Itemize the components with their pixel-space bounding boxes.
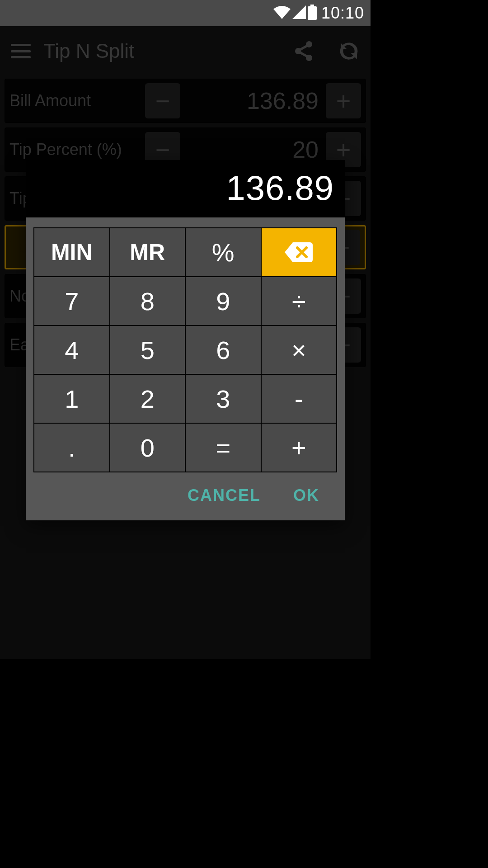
- key-subtract[interactable]: -: [261, 374, 337, 423]
- svg-rect-1: [308, 6, 317, 20]
- key-4[interactable]: 4: [34, 326, 110, 374]
- calculator-keypad: MIN MR % 7 8 9 ÷ 4 5: [33, 227, 337, 472]
- key-8[interactable]: 8: [110, 277, 186, 326]
- key-6[interactable]: 6: [185, 326, 261, 374]
- key-3[interactable]: 3: [185, 374, 261, 423]
- key-percent[interactable]: %: [185, 228, 261, 277]
- backspace-icon: [285, 242, 313, 262]
- dialog-actions: CANCEL OK: [26, 472, 345, 520]
- key-9[interactable]: 9: [185, 277, 261, 326]
- key-add[interactable]: +: [261, 423, 337, 472]
- key-1[interactable]: 1: [34, 374, 110, 423]
- battery-icon: [308, 5, 317, 22]
- cancel-button[interactable]: CANCEL: [188, 486, 261, 505]
- key-5[interactable]: 5: [110, 326, 186, 374]
- key-backspace[interactable]: [261, 228, 337, 277]
- key-mr[interactable]: MR: [110, 228, 186, 277]
- key-2[interactable]: 2: [110, 374, 186, 423]
- key-0[interactable]: 0: [110, 423, 186, 472]
- svg-rect-0: [310, 5, 314, 6]
- cell-signal-icon: [292, 5, 306, 21]
- status-icons: [273, 5, 317, 22]
- calculator-display: 136.89: [26, 160, 345, 217]
- key-min[interactable]: MIN: [34, 228, 110, 277]
- key-multiply[interactable]: ×: [261, 326, 337, 374]
- key-decimal[interactable]: .: [34, 423, 110, 472]
- calculator-dialog: 136.89 MIN MR % 7 8 9 ÷: [26, 160, 345, 520]
- key-equals[interactable]: =: [185, 423, 261, 472]
- status-bar: 10:10: [0, 0, 371, 26]
- key-divide[interactable]: ÷: [261, 277, 337, 326]
- status-time: 10:10: [321, 4, 364, 23]
- ok-button[interactable]: OK: [293, 486, 319, 505]
- wifi-icon: [273, 5, 291, 21]
- key-7[interactable]: 7: [34, 277, 110, 326]
